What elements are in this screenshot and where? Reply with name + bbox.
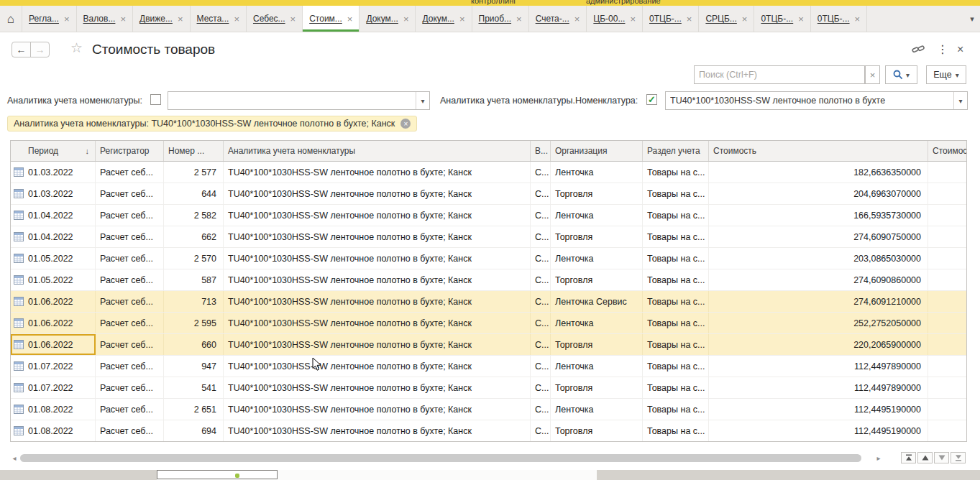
back-button[interactable]: ← bbox=[12, 42, 31, 57]
favorite-star-icon[interactable]: ☆ bbox=[70, 41, 83, 55]
cell-number[interactable]: 2 651 bbox=[164, 399, 224, 420]
table-row[interactable]: 01.06.2022Расчет себ...660TU40*100*1030H… bbox=[11, 334, 966, 356]
tab-item[interactable]: 0ТЦБ-...× bbox=[811, 6, 867, 32]
cell-registrar[interactable]: Расчет себ... bbox=[96, 356, 164, 377]
cell-number[interactable]: 694 bbox=[164, 420, 224, 441]
table-row[interactable]: 01.04.2022Расчет себ...662TU40*100*1030H… bbox=[11, 226, 966, 248]
tab-close-icon[interactable]: × bbox=[120, 14, 126, 24]
tab-close-icon[interactable]: × bbox=[178, 14, 183, 24]
filter-nomenclature-dropdown-button[interactable]: ▾ bbox=[953, 92, 967, 109]
cell-period[interactable]: 01.04.2022 bbox=[11, 205, 96, 226]
search-clear-button[interactable]: × bbox=[865, 65, 880, 84]
go-up-button[interactable] bbox=[917, 452, 933, 463]
table-row[interactable]: 01.03.2022Расчет себ...2 577TU40*100*103… bbox=[11, 162, 966, 183]
column-header[interactable]: Аналитика учета номенклатуры bbox=[224, 141, 531, 161]
cell-number[interactable]: 713 bbox=[164, 291, 224, 312]
forward-button[interactable]: → bbox=[30, 42, 50, 57]
cell-section[interactable]: Товары на с... bbox=[643, 420, 709, 441]
scrollbar-thumb[interactable] bbox=[20, 454, 861, 462]
cell-kind[interactable]: С... bbox=[531, 162, 551, 183]
cell-section[interactable]: Товары на с... bbox=[643, 269, 709, 290]
cell-analytics[interactable]: TU40*100*1030HSS-SW ленточное полотно в … bbox=[224, 420, 531, 441]
cell-period[interactable]: 01.07.2022 bbox=[11, 377, 96, 398]
cell-organization[interactable]: Торговля bbox=[551, 334, 643, 355]
cell-cost-2[interactable] bbox=[928, 377, 966, 398]
cell-cost-2[interactable] bbox=[928, 356, 966, 377]
cell-cost-2[interactable] bbox=[928, 205, 966, 226]
more-menu-icon[interactable]: ⋮ bbox=[937, 42, 948, 56]
cell-organization[interactable]: Торговля bbox=[551, 269, 643, 290]
tab-item[interactable]: Регла...× bbox=[22, 6, 77, 32]
tab-close-icon[interactable]: × bbox=[742, 14, 748, 24]
cell-kind[interactable]: С... bbox=[531, 248, 551, 269]
cell-analytics[interactable]: TU40*100*1030HSS-SW ленточное полотно в … bbox=[224, 377, 531, 398]
cell-cost-2[interactable] bbox=[928, 248, 966, 269]
cell-cost[interactable]: 204,6963070000 bbox=[709, 183, 928, 204]
cell-period[interactable]: 01.04.2022 bbox=[11, 226, 96, 247]
section-administration[interactable]: администрирование bbox=[586, 0, 661, 5]
tab-item[interactable]: Приоб...× bbox=[472, 6, 529, 32]
cell-organization[interactable]: Торговля bbox=[551, 420, 643, 441]
tab-item[interactable]: Валов...× bbox=[77, 6, 133, 32]
cell-analytics[interactable]: TU40*100*1030HSS-SW ленточное полотно в … bbox=[224, 334, 531, 355]
table-row[interactable]: 01.06.2022Расчет себ...2 595TU40*100*103… bbox=[11, 313, 966, 334]
column-header[interactable]: Стоимос... bbox=[928, 141, 966, 161]
cell-registrar[interactable]: Расчет себ... bbox=[96, 183, 164, 204]
tab-close-icon[interactable]: × bbox=[459, 14, 465, 24]
cell-kind[interactable]: С... bbox=[531, 183, 551, 204]
filter-analytics-checkbox[interactable] bbox=[150, 94, 161, 105]
cell-cost-2[interactable] bbox=[928, 399, 966, 420]
tab-close-icon[interactable]: × bbox=[516, 14, 522, 24]
table-row[interactable]: 01.07.2022Расчет себ...947TU40*100*1030H… bbox=[11, 356, 966, 377]
cell-registrar[interactable]: Расчет себ... bbox=[96, 205, 164, 226]
table-row[interactable]: 01.07.2022Расчет себ...541TU40*100*1030H… bbox=[11, 377, 966, 399]
cell-kind[interactable]: С... bbox=[531, 205, 551, 226]
cell-analytics[interactable]: TU40*100*1030HSS-SW ленточное полотно в … bbox=[224, 356, 531, 377]
cell-section[interactable]: Товары на с... bbox=[643, 248, 709, 269]
cell-cost-2[interactable] bbox=[928, 334, 966, 355]
go-down-button[interactable] bbox=[934, 452, 949, 463]
tab-close-icon[interactable]: × bbox=[630, 14, 636, 24]
table-row[interactable]: 01.08.2022Расчет себ...694TU40*100*1030H… bbox=[11, 420, 966, 441]
filter-nomenclature-input[interactable] bbox=[666, 92, 953, 109]
table-row[interactable]: 01.05.2022Расчет себ...2 570TU40*100*103… bbox=[11, 248, 966, 269]
tab-close-icon[interactable]: × bbox=[64, 14, 70, 24]
cell-cost[interactable]: 274,6090750000 bbox=[709, 226, 928, 247]
cell-cost-2[interactable] bbox=[928, 183, 966, 204]
tab-close-icon[interactable]: × bbox=[687, 14, 692, 24]
cell-kind[interactable]: С... bbox=[531, 226, 551, 247]
cell-cost[interactable]: 252,2752050000 bbox=[709, 313, 928, 333]
cell-period[interactable]: 01.06.2022 bbox=[11, 291, 96, 312]
close-form-icon[interactable]: × bbox=[957, 42, 963, 56]
cell-cost[interactable]: 112,4495190000 bbox=[709, 399, 928, 420]
tab-item[interactable]: Счета-...× bbox=[529, 6, 587, 32]
filter-analytics-combobox[interactable]: ▾ bbox=[168, 91, 430, 110]
cell-registrar[interactable]: Расчет себ... bbox=[96, 269, 164, 290]
filter-analytics-input[interactable] bbox=[168, 92, 416, 109]
section-controlling[interactable]: контроллинг bbox=[471, 0, 516, 5]
cell-kind[interactable]: С... bbox=[531, 377, 551, 398]
cell-cost-2[interactable] bbox=[928, 313, 966, 333]
cell-number[interactable]: 2 577 bbox=[164, 162, 224, 183]
cell-number[interactable]: 662 bbox=[164, 226, 224, 247]
cell-registrar[interactable]: Расчет себ... bbox=[96, 399, 164, 420]
cell-kind[interactable]: С... bbox=[531, 420, 551, 441]
filter-analytics-dropdown-button[interactable]: ▾ bbox=[416, 92, 429, 109]
tab-item[interactable]: СРЦБ...× bbox=[699, 6, 754, 32]
tab-close-icon[interactable]: × bbox=[855, 14, 861, 24]
cell-cost[interactable]: 112,4495190000 bbox=[709, 420, 928, 441]
cell-cost-2[interactable] bbox=[928, 420, 966, 441]
get-link-icon[interactable] bbox=[912, 44, 925, 55]
cell-analytics[interactable]: TU40*100*1030HSS-SW ленточное полотно в … bbox=[224, 183, 531, 204]
cell-section[interactable]: Товары на с... bbox=[643, 377, 709, 398]
remove-filter-icon[interactable]: × bbox=[400, 119, 411, 129]
cell-number[interactable]: 541 bbox=[164, 377, 224, 398]
cell-analytics[interactable]: TU40*100*1030HSS-SW ленточное полотно в … bbox=[224, 313, 531, 333]
cell-section[interactable]: Товары на с... bbox=[643, 162, 709, 183]
cell-number[interactable]: 587 bbox=[164, 269, 224, 290]
cell-cost-2[interactable] bbox=[928, 162, 966, 183]
go-last-button[interactable] bbox=[951, 452, 966, 463]
cell-registrar[interactable]: Расчет себ... bbox=[96, 377, 164, 398]
cell-period[interactable]: 01.07.2022 bbox=[11, 356, 96, 377]
cell-kind[interactable]: С... bbox=[531, 291, 551, 312]
